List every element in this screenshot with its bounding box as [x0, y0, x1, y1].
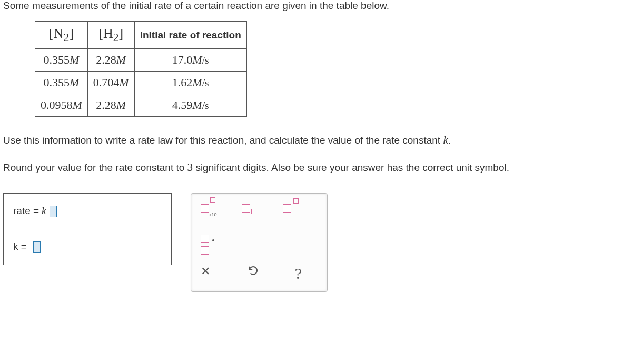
instruction-1: Use this information to write a rate law…	[3, 133, 629, 148]
rate-law-input[interactable]	[50, 206, 57, 217]
sci-notation-button[interactable]: x10	[201, 204, 224, 221]
k-value-cell[interactable]: k =	[4, 229, 172, 265]
undo-button[interactable]	[248, 265, 270, 282]
col-header-n2: [N2]	[35, 22, 88, 49]
answer-table: rate = k k =	[3, 193, 172, 265]
col-header-h2: [H2]	[87, 22, 134, 49]
table-row: 0.0958M 2.28M 4.59M/s	[35, 94, 247, 117]
instruction-2: Round your value for the rate constant t…	[3, 160, 629, 175]
tool-panel: x10 ✕ ?	[191, 193, 328, 292]
subscript-button[interactable]	[242, 204, 265, 221]
intro-text: Some measurements of the initial rate of…	[3, 0, 629, 12]
help-icon: ?	[295, 265, 302, 282]
data-table: [N2] [H2] initial rate of reaction 0.355…	[35, 21, 247, 117]
superscript-button[interactable]	[283, 204, 306, 221]
table-row: 0.355M 0.704M 1.62M/s	[35, 72, 247, 94]
undo-icon	[248, 267, 259, 278]
rate-law-cell[interactable]: rate = k	[4, 193, 172, 229]
help-button[interactable]: ?	[295, 265, 318, 282]
clear-button[interactable]: ✕	[201, 265, 223, 282]
table-row: 0.355M 2.28M 17.0M/s	[35, 49, 247, 72]
multiply-button[interactable]	[201, 234, 224, 252]
k-value-input[interactable]	[33, 241, 41, 253]
col-header-rate: initial rate of reaction	[134, 22, 246, 49]
close-icon: ✕	[201, 265, 210, 278]
